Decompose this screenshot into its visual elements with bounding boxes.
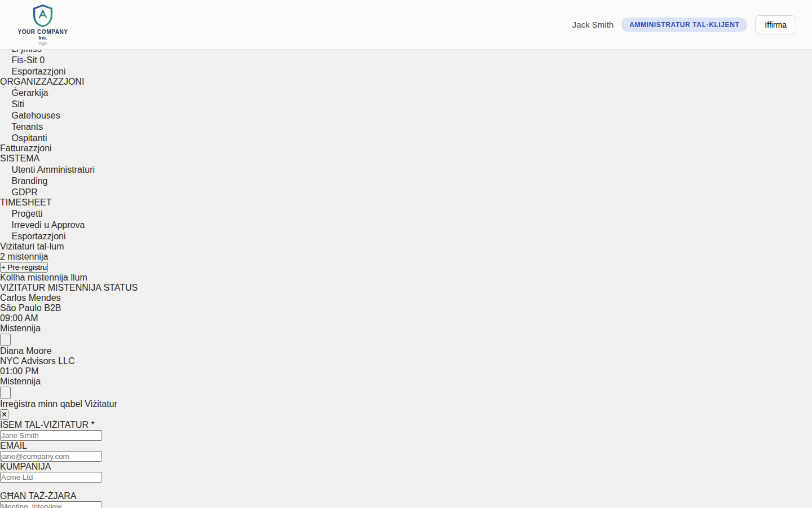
home-icon [0, 98, 9, 107]
onsite-count-badge: 0 [39, 55, 45, 65]
company-logo: YOUR COMPANY Inc. logo [16, 4, 70, 46]
expected-time: 01:00 PM [0, 366, 812, 376]
sidebar-item-label: Fatturazzjoni [0, 143, 52, 153]
sign-out-button[interactable]: Iffirma [755, 15, 796, 34]
delete-visitor-button[interactable] [0, 387, 11, 399]
section-organization: ORGANIZZAZZJONI [0, 77, 812, 87]
sidebar-item-label: Tenants [11, 122, 43, 132]
purpose-field[interactable] [0, 501, 102, 508]
hierarchy-icon [0, 87, 9, 96]
brand-name: YOUR COMPANY [17, 29, 68, 35]
sidebar-item-tenants[interactable]: Tenants [0, 121, 812, 132]
sidebar-item-sites[interactable]: Siti [0, 98, 812, 110]
sidebar-item-branding[interactable]: Branding [0, 175, 812, 186]
card-title: Kollha mistennija llum [0, 273, 812, 283]
building-icon [0, 110, 9, 119]
table-row: Diana Moore NYC Advisors LLC 01:00 PM Mi… [0, 346, 812, 399]
sidebar-item-hierarchy[interactable]: Ġerarkija [0, 87, 812, 98]
visitor-company: NYC Advisors LLC [0, 356, 812, 366]
sidebar-item-hosts[interactable]: Ospitanti [0, 132, 812, 143]
sidebar-item-label: Proġetti [11, 209, 42, 218]
sidebar-item-projects[interactable]: Proġetti [0, 208, 812, 219]
preregister-modal: Irreġistra minn qabel Viżitatur ✕ ISEM T… [0, 399, 812, 508]
sidebar-item-onsite[interactable]: Fis-Sit 0 [0, 54, 812, 65]
section-timesheet: TIMESHEET [0, 198, 812, 208]
sidebar-item-label: Gatehouses [11, 111, 60, 120]
sidebar-item-export-timesheet[interactable]: Esportazzjoni [0, 230, 812, 242]
sidebar-item-gdpr[interactable]: GDPR [0, 186, 812, 198]
preregister-button[interactable]: + Pre-reġistru [0, 262, 48, 273]
table-header: VIŻITATUR MISTENNIJA STATUS [0, 283, 812, 293]
sidebar-item-export-visitors[interactable]: Esportazzjoni [0, 65, 812, 77]
download-icon [0, 230, 9, 239]
office-icon [0, 121, 9, 130]
purpose-label: GĦAN TAŻ-ŻJARA [0, 491, 812, 501]
logo-shield-icon [32, 4, 54, 28]
status-badge: Mistennija [0, 376, 41, 386]
sidebar-item-label: Fis-Sit [11, 55, 37, 65]
email-field[interactable] [0, 451, 102, 462]
sidebar-item-label: Ġerarkija [11, 88, 48, 98]
person-icon [0, 132, 9, 141]
close-icon[interactable]: ✕ [0, 409, 8, 420]
company-field[interactable] [0, 472, 102, 483]
page-subtitle: 2 mistennija [0, 252, 812, 262]
visitor-company: São Paulo B2B [0, 303, 812, 313]
sidebar-item-billing[interactable]: Fatturazzjoni [0, 143, 812, 154]
folder-icon [0, 208, 9, 217]
visitor-name-field[interactable] [0, 430, 102, 441]
column-expected: MISTENNIJA [48, 283, 101, 292]
page-title: Viżitaturi tal-lum [0, 242, 812, 252]
sidebar-item-label: Esportazzjoni [11, 231, 65, 241]
sidebar-item-review-approve[interactable]: Irrevedi u Approva [0, 219, 812, 230]
sidebar-item-label: Esportazzjoni [11, 67, 65, 76]
visitor-name: Carlos Mendes [0, 293, 812, 303]
delete-visitor-button[interactable] [0, 334, 11, 346]
modal-title: Irreġistra minn qabel Viżitatur [0, 399, 812, 409]
sidebar-item-label: Branding [11, 176, 47, 186]
expected-today-card: Kollha mistennija llum VIŻITATUR MISTENN… [0, 273, 812, 399]
download-icon [0, 65, 9, 75]
sidebar-item-label: GDPR [11, 187, 37, 197]
trash-icon [1, 335, 10, 343]
top-header: YOUR COMPANY Inc. logo Jack Smith AMMINI… [0, 0, 812, 50]
column-status: STATUS [103, 283, 138, 292]
brand-suffix: Inc. [38, 35, 47, 41]
sidebar-item-admin-users[interactable]: Utenti Amministraturi [0, 164, 812, 175]
sidebar-item-label: Utenti Amministraturi [11, 165, 95, 174]
map-pin-icon [0, 54, 9, 63]
sidebar-item-label: Siti [11, 99, 24, 109]
visitor-name-label: ISEM TAL-VIŻITATUR * [0, 420, 812, 430]
role-badge: AMMINISTRATUR TAL-KLIJENT [621, 17, 747, 32]
email-label: EMAIL [0, 441, 812, 451]
table-row: Carlos Mendes São Paulo B2B 09:00 AM Mis… [0, 293, 812, 346]
trash-icon [1, 388, 10, 396]
company-label: KUMPANIJA [0, 462, 812, 472]
visitor-name: Diana Moore [0, 346, 812, 356]
section-system: SISTEMA [0, 154, 812, 164]
check-square-icon [0, 219, 9, 228]
sidebar-item-gatehouses[interactable]: Gatehouses [0, 110, 812, 121]
target-icon [0, 175, 9, 184]
sidebar-item-label: Irrevedi u Approva [11, 220, 85, 230]
brand-tagline: logo [38, 41, 47, 46]
shield-check-icon [0, 186, 9, 195]
shield-icon [0, 164, 9, 173]
expected-time: 09:00 AM [0, 313, 812, 323]
status-badge: Mistennija [0, 323, 41, 333]
sidebar-item-label: Ospitanti [11, 133, 47, 143]
user-name: Jack Smith [572, 20, 614, 29]
column-visitor: VIŻITATUR [0, 283, 45, 292]
main-content: Viżitaturi tal-lum 2 mistennija + Pre-re… [0, 242, 812, 399]
